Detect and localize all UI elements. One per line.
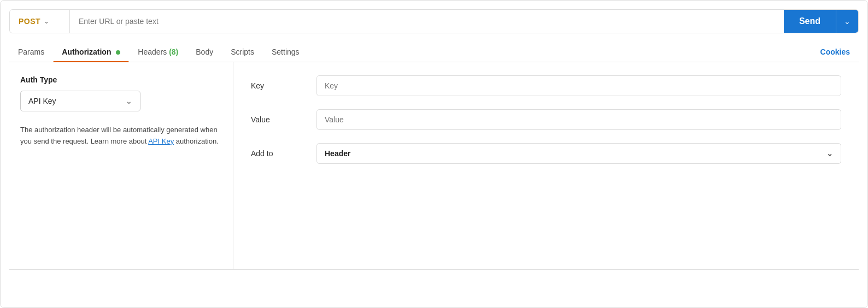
- tabs-bar: Params Authorization Headers (8) Body Sc…: [9, 42, 859, 62]
- key-field-row: Key: [251, 75, 841, 96]
- auth-type-chevron-icon: ⌄: [126, 97, 132, 105]
- send-btn-group: Send ⌄: [784, 10, 858, 33]
- send-button[interactable]: Send: [784, 10, 836, 33]
- tab-scripts[interactable]: Scripts: [222, 42, 263, 62]
- addto-label: Add to: [251, 149, 316, 158]
- main-content: Auth Type API Key ⌄ The authorization he…: [9, 62, 859, 270]
- value-field-row: Value: [251, 109, 841, 130]
- url-bar: POST ⌄ Send ⌄: [9, 9, 859, 33]
- key-label: Key: [251, 81, 316, 90]
- api-key-link[interactable]: API Key: [148, 137, 174, 145]
- send-dropdown-button[interactable]: ⌄: [836, 10, 858, 33]
- auth-type-select[interactable]: API Key ⌄: [20, 91, 140, 111]
- app-container: POST ⌄ Send ⌄ Params Authorization Heade…: [0, 0, 868, 308]
- authorization-indicator: [116, 50, 120, 55]
- addto-value: Header: [325, 149, 350, 158]
- tab-params[interactable]: Params: [9, 42, 53, 62]
- auth-description: The authorization header will be automat…: [20, 125, 222, 147]
- addto-field-row: Add to Header ⌄: [251, 143, 841, 164]
- method-selector[interactable]: POST ⌄: [10, 10, 70, 33]
- method-label: POST: [19, 17, 40, 26]
- right-panel: Key Value Add to Header ⌄: [233, 62, 859, 269]
- tab-settings[interactable]: Settings: [263, 42, 308, 62]
- headers-count: (8): [169, 48, 178, 56]
- left-panel: Auth Type API Key ⌄ The authorization he…: [9, 62, 233, 269]
- tab-headers[interactable]: Headers (8): [129, 42, 187, 62]
- tab-body[interactable]: Body: [187, 42, 222, 62]
- method-chevron-icon: ⌄: [44, 17, 49, 25]
- addto-chevron-icon: ⌄: [826, 149, 833, 158]
- cookies-link[interactable]: Cookies: [812, 42, 859, 62]
- key-input[interactable]: [316, 75, 841, 96]
- auth-type-label: Auth Type: [20, 75, 222, 84]
- tab-authorization[interactable]: Authorization: [53, 42, 129, 62]
- value-label: Value: [251, 115, 316, 124]
- value-input[interactable]: [316, 109, 841, 130]
- auth-type-value: API Key: [28, 97, 56, 105]
- addto-select[interactable]: Header ⌄: [316, 143, 841, 164]
- url-input[interactable]: [70, 10, 784, 33]
